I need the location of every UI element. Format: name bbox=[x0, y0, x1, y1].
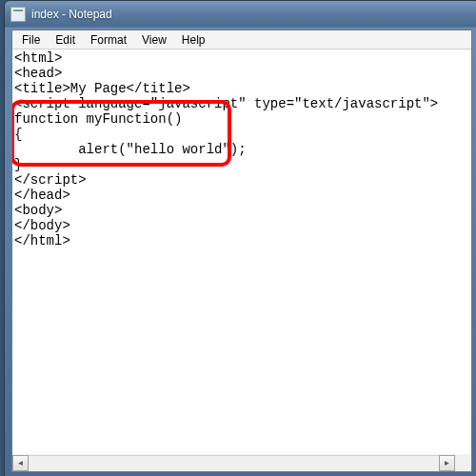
scroll-left-arrow[interactable]: ◄ bbox=[12, 455, 29, 471]
menu-view[interactable]: View bbox=[134, 31, 174, 49]
horizontal-scrollbar[interactable]: ◄ ► bbox=[12, 455, 471, 471]
titlebar[interactable]: index - Notepad bbox=[5, 1, 476, 28]
scroll-right-arrow[interactable]: ► bbox=[439, 455, 455, 471]
menu-format[interactable]: Format bbox=[83, 31, 134, 49]
menu-edit[interactable]: Edit bbox=[48, 31, 83, 49]
menubar: File Edit Format View Help bbox=[12, 30, 471, 50]
editor-content[interactable]: <html> <head> <title>My Page</title> <sc… bbox=[12, 50, 471, 249]
app-window: index - Notepad File Edit Format View He… bbox=[4, 0, 476, 476]
client-area: File Edit Format View Help <html> <head>… bbox=[11, 30, 472, 472]
menu-file[interactable]: File bbox=[14, 31, 48, 49]
menu-help[interactable]: Help bbox=[174, 31, 213, 49]
scroll-corner bbox=[455, 455, 471, 471]
window-title: index - Notepad bbox=[31, 8, 112, 21]
notepad-icon bbox=[10, 7, 26, 22]
text-editor[interactable]: <html> <head> <title>My Page</title> <sc… bbox=[12, 50, 471, 454]
